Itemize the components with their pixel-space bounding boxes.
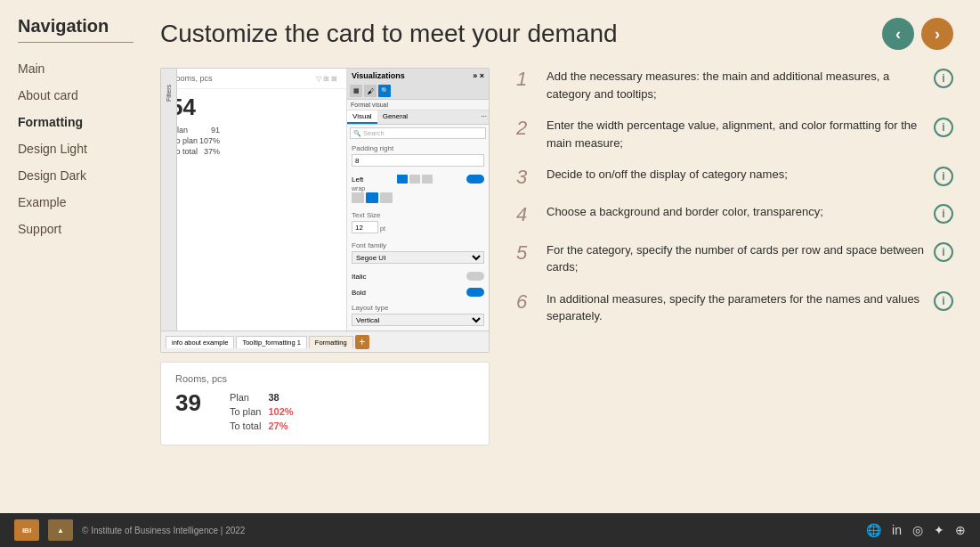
pbi-icon-search[interactable]: 🔍: [378, 85, 391, 97]
pbi-format-visual-label: Format visual: [347, 100, 489, 110]
next-button[interactable]: ›: [921, 18, 953, 50]
card-row-tototal-label: To total: [230, 420, 266, 432]
pbi-bold-label: Bold: [352, 289, 366, 297]
step-item-6: 6 In additional measures, specify the pa…: [516, 290, 953, 325]
sidebar-item-design-dark[interactable]: Design Dark: [18, 162, 125, 189]
pbi-bold-row: Bold: [352, 288, 484, 297]
pbi-bold-toggle[interactable]: [466, 288, 484, 297]
pbi-left-toggle[interactable]: [466, 175, 484, 184]
pbi-search-row: 🔍 Search: [347, 125, 489, 142]
sidebar-item-about-card[interactable]: About card: [18, 82, 125, 109]
tab-add-button[interactable]: +: [355, 335, 369, 349]
pbi-tab-visual[interactable]: Visual: [347, 110, 377, 124]
pbi-search-placeholder[interactable]: Search: [363, 129, 385, 137]
twitter-icon[interactable]: ✦: [934, 523, 944, 537]
step-info-icon-4[interactable]: i: [934, 204, 953, 224]
linkedin-icon[interactable]: in: [892, 523, 902, 537]
pbi-panel-arrows: » ×: [473, 71, 484, 80]
sidebar-nav: MainAbout cardFormattingDesign LightDesi…: [18, 55, 125, 242]
card-row-tototal-value: 27%: [268, 420, 298, 432]
step-item-3: 3 Decide to on/off the display of catego…: [516, 166, 953, 189]
pbi-left-section: Left wrap: [347, 172, 489, 208]
step-text-1: Add the necessary measures: the main and…: [547, 68, 925, 102]
pbi-icons-row: ▦ 🖌 🔍: [347, 83, 489, 100]
step-number-2: 2: [516, 117, 538, 140]
step-info-icon-3[interactable]: i: [934, 167, 953, 186]
globe-icon[interactable]: 🌐: [866, 523, 881, 537]
footer-left: IBI ▲ © Institute of Business Intelligen…: [14, 519, 245, 541]
step-number-4: 4: [516, 203, 538, 226]
step-number-1: 1: [516, 68, 538, 91]
pbi-tabs-bar: info about example Tooltip_formatting 1 …: [161, 331, 489, 352]
pbi-align-buttons: [397, 175, 433, 184]
content-body: Rooms, pcs ▽ ⊞ ⊠ 54 Plan91 To plan107% T…: [160, 68, 953, 504]
footer-copyright: © Institute of Business Intelligence | 2…: [82, 526, 245, 535]
pinterest-icon[interactable]: ⊕: [955, 523, 966, 537]
pbi-padding-section: Padding right: [347, 142, 489, 172]
search-icon: 🔍: [353, 130, 361, 137]
footer: IBI ▲ © Institute of Business Intelligen…: [0, 513, 980, 547]
pbi-fontfamily-select[interactable]: Segoe UI: [352, 251, 484, 264]
align-icon3[interactable]: [380, 192, 393, 203]
align-right-icon[interactable]: [422, 175, 433, 184]
sidebar-item-support[interactable]: Support: [18, 216, 125, 242]
pbi-panel-tabs: Visual General ···: [347, 110, 489, 125]
instagram-icon[interactable]: ◎: [912, 523, 923, 537]
sidebar: Navigation MainAbout cardFormattingDesig…: [0, 0, 142, 513]
pbi-layout-label: Layout type: [352, 304, 484, 312]
pbi-textsize-unit: pt: [380, 225, 385, 232]
align-icon1[interactable]: [352, 192, 364, 203]
step-number-3: 3: [516, 166, 538, 189]
pbi-italic-toggle[interactable]: [466, 272, 484, 281]
align-center-icon[interactable]: [409, 175, 420, 184]
pbi-italic-label: Italic: [352, 273, 366, 281]
step-number-6: 6: [516, 290, 538, 314]
card-row-toplan-label: To plan: [230, 405, 266, 418]
card-row-toplan-value: 102%: [268, 405, 298, 418]
pbi-textsize-input[interactable]: [352, 221, 378, 233]
align-left-icon[interactable]: [397, 175, 408, 184]
main-content: Customize the card to meet your demand ‹…: [142, 0, 980, 513]
footer-icons: 🌐 in ◎ ✦ ⊕: [866, 523, 966, 537]
pbi-tab-more[interactable]: ···: [479, 110, 489, 124]
sidebar-item-example[interactable]: Example: [18, 189, 125, 216]
pbi-card-value: 54: [170, 94, 337, 120]
pbi-filters-strip: Filters: [161, 69, 177, 352]
sidebar-item-design-light[interactable]: Design Light: [18, 135, 125, 162]
pbi-search-box: 🔍 Search: [350, 127, 486, 139]
step-item-5: 5 For the category, specify the number o…: [516, 241, 953, 276]
pbi-textsize-label: Text Size: [352, 211, 484, 219]
tab-formatting[interactable]: Formatting: [309, 336, 353, 348]
pbi-padding-input[interactable]: [352, 154, 484, 167]
pbi-textsize-row: pt: [352, 221, 484, 236]
tab-info[interactable]: info about example: [166, 336, 234, 348]
pbi-card-icons: ▽ ⊞ ⊠: [316, 75, 337, 83]
step-info-icon-5[interactable]: i: [934, 242, 953, 262]
prev-button[interactable]: ‹: [882, 18, 914, 50]
sidebar-item-formatting[interactable]: Formatting: [18, 109, 125, 135]
page-title-row: Customize the card to meet your demand ‹…: [160, 18, 953, 50]
pbi-card-body: 54 Plan91 To plan107% To total37%: [161, 89, 346, 163]
pbi-padding-label: Padding right: [352, 144, 484, 152]
page-title: Customize the card to meet your demand: [160, 20, 618, 48]
pbi-tab-general[interactable]: General: [377, 110, 413, 124]
screenshots-panel: Rooms, pcs ▽ ⊞ ⊠ 54 Plan91 To plan107% T…: [160, 68, 490, 504]
pbi-icon-format[interactable]: 🖌: [364, 85, 377, 97]
sidebar-item-main[interactable]: Main: [18, 55, 125, 82]
pbi-left-label: Left: [352, 176, 363, 184]
align-icon2[interactable]: [366, 192, 378, 203]
pbi-card-table: Plan91 To plan107% To total37%: [170, 124, 222, 158]
step-info-icon-1[interactable]: i: [934, 69, 953, 88]
pbi-bold-section: Bold: [347, 285, 489, 301]
step-info-icon-6[interactable]: i: [934, 291, 953, 311]
card-preview-header: Rooms, pcs: [175, 373, 474, 384]
pbi-icon-chart[interactable]: ▦: [350, 85, 362, 97]
tab-tooltip[interactable]: Tooltip_formatting 1: [236, 336, 306, 348]
step-text-4: Choose a background and border color, tr…: [547, 203, 925, 221]
card-preview-value: 39: [175, 389, 201, 417]
pbi-layout-select[interactable]: Vertical: [352, 314, 484, 326]
footer-logo1: IBI: [14, 519, 39, 541]
step-text-6: In additional measures, specify the para…: [547, 290, 925, 325]
step-item-2: 2 Enter the width percentage value, alig…: [516, 117, 953, 151]
step-info-icon-2[interactable]: i: [934, 118, 953, 137]
